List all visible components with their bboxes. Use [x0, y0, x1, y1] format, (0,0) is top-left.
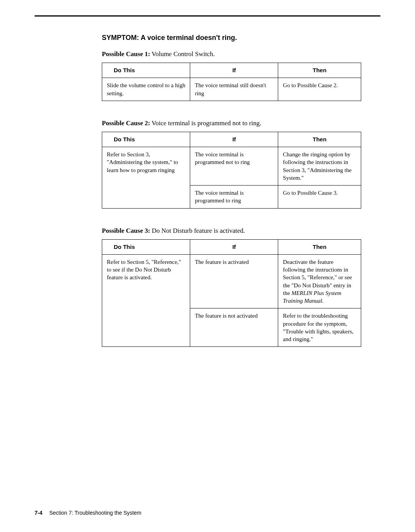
table-header-row: Do This If Then [102, 132, 361, 147]
cause3-text: Do Not Disturb feature is activated. [150, 227, 245, 234]
cell-if: The feature is not activated [190, 308, 278, 347]
cause3-title: Possible Cause 3: Do Not Disturb feature… [102, 227, 361, 235]
cell-if: The voice terminal still doesn't ring [190, 78, 278, 101]
cell-then: Go to Possible Cause 3. [278, 186, 361, 209]
table-header-row: Do This If Then [102, 239, 361, 254]
cause2-table: Do This If Then Refer to Section 3, "Adm… [102, 132, 361, 209]
cell-then: Deactivate the feature following the ins… [278, 254, 361, 308]
table-row: Slide the volume control to a high setti… [102, 78, 361, 101]
cause1-text: Volume Control Switch. [150, 50, 215, 58]
header-if: If [190, 239, 278, 254]
cell-then: Go to Possible Cause 2. [278, 78, 361, 101]
footer-section: Section 7: Troubleshooting the System [49, 510, 141, 516]
cause2-label: Possible Cause 2: [102, 119, 150, 127]
symptom-title: SYMPTOM: A voice terminal doesn't ring. [102, 34, 361, 42]
cause2-text: Voice terminal is programmed not to ring… [150, 119, 261, 127]
cause3-table: Do This If Then Refer to Section 5, "Ref… [102, 239, 361, 347]
header-if: If [190, 63, 278, 78]
header-then: Then [278, 63, 361, 78]
table-row: Refer to Section 5, "Reference," to see … [102, 254, 361, 308]
page-number: 7-4 [35, 510, 42, 516]
header-do: Do This [102, 63, 190, 78]
cell-do: Refer to Section 5, "Reference," to see … [102, 254, 190, 347]
cause3-label: Possible Cause 3: [102, 227, 150, 234]
cause2-title: Possible Cause 2: Voice terminal is prog… [102, 119, 361, 127]
header-do: Do This [102, 239, 190, 254]
cell-if: The feature is activated [190, 254, 278, 308]
cell-if: The voice terminal is programmed not to … [190, 147, 278, 186]
cell-do: Refer to Section 3, "Administering the s… [102, 147, 190, 209]
header-then: Then [278, 239, 361, 254]
content-block: SYMPTOM: A voice terminal doesn't ring. … [102, 34, 361, 347]
table-header-row: Do This If Then [102, 63, 361, 78]
cell-then: Refer to the troubleshooting procedure f… [278, 308, 361, 347]
cell-if: The voice terminal is programmed to ring [190, 186, 278, 209]
footer: 7-4 Section 7: Troubleshooting the Syste… [35, 510, 141, 516]
cause1-label: Possible Cause 1: [102, 50, 150, 58]
cause1-title: Possible Cause 1: Volume Control Switch. [102, 50, 361, 58]
header-do: Do This [102, 132, 190, 147]
then-italic: MERLIN Plus System Training Manual. [283, 290, 341, 304]
cause1-table: Do This If Then Slide the volume control… [102, 63, 361, 101]
header-then: Then [278, 132, 361, 147]
cell-then: Change the ringing option by following t… [278, 147, 361, 186]
cell-do: Slide the volume control to a high setti… [102, 78, 190, 101]
table-row: Refer to Section 3, "Administering the s… [102, 147, 361, 186]
header-if: If [190, 132, 278, 147]
top-rule [35, 15, 380, 17]
